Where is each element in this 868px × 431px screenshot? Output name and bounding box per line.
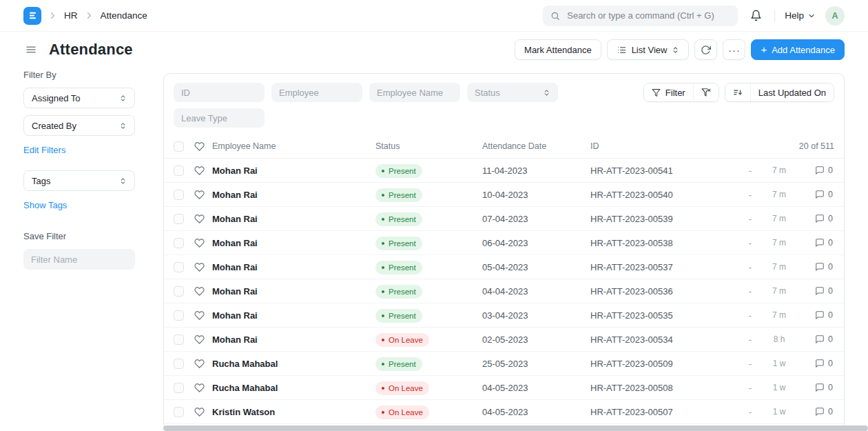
row-checkbox[interactable] [174,190,184,200]
status-badge: Present [375,237,422,250]
row-checkbox[interactable] [174,166,184,176]
assigned-to: - [738,214,763,224]
filter-button[interactable]: Filter [644,83,693,101]
table-row[interactable]: Mohan Rai Present 06-04-2023 HR-ATT-2023… [164,231,844,255]
employee-filter-input[interactable] [271,83,362,102]
row-checkbox[interactable] [174,286,184,297]
status-badge: Present [375,309,422,323]
table-row[interactable]: Mohan Rai Present 03-04-2023 HR-ATT-2023… [164,303,844,328]
table-row[interactable]: Mohan Rai On Leave 02-05-2023 HR-ATT-202… [164,328,844,352]
employee-name-link[interactable]: Kristin Watson [212,407,375,417]
status-cell: Present [375,211,482,226]
breadcrumb-page[interactable]: Attendance [101,10,147,21]
table-row[interactable]: Mohan Rai Present 05-04-2023 HR-ATT-2023… [164,255,844,279]
clear-filters-button[interactable] [693,83,719,101]
table-row[interactable]: Mohan Rai Present 07-04-2023 HR-ATT-2023… [164,207,844,231]
assigned-to: - [738,166,763,176]
employee-name-link[interactable]: Rucha Mahabal [212,383,375,393]
comment-count: 0 [796,214,834,223]
created-by-select[interactable]: Created By [23,115,135,136]
heart-icon[interactable] [194,383,212,393]
comment-icon [815,359,825,368]
row-checkbox[interactable] [174,238,184,248]
global-search[interactable] [543,6,738,26]
employee-name-link[interactable]: Mohan Rai [212,166,375,176]
employee-name-link[interactable]: Mohan Rai [212,286,375,297]
status-badge: Present [375,357,422,371]
status-dot-icon [382,290,384,293]
avatar-initial: A [831,11,838,21]
comment-icon [815,334,825,344]
refresh-button[interactable] [694,39,717,60]
status-cell: On Leave [375,404,482,419]
sort-field-button[interactable]: Last Updated On [750,83,834,101]
chevron-up-down-icon [119,94,127,102]
notifications-button[interactable] [747,7,765,24]
heart-icon[interactable] [194,214,212,224]
employee-name-link[interactable]: Mohan Rai [212,238,375,248]
heart-icon[interactable] [194,286,212,297]
user-avatar[interactable]: A [825,6,845,26]
employee-name-filter-input[interactable] [369,83,460,102]
view-switcher-button[interactable]: List View [607,39,690,60]
table-row[interactable]: Kristin Watson On Leave 04-05-2023 HR-AT… [164,400,844,424]
row-checkbox[interactable] [174,262,184,272]
attendance-date: 02-05-2023 [482,334,590,345]
comment-count: 0 [796,407,834,417]
filter-name-input[interactable] [23,249,135,270]
sidebar-toggle-button[interactable] [23,42,39,57]
heart-icon[interactable] [194,166,212,176]
show-tags-link[interactable]: Show Tags [23,200,67,210]
app-logo[interactable] [23,7,41,25]
help-menu[interactable]: Help [785,10,816,21]
heart-icon[interactable] [194,407,212,417]
table-row[interactable]: Rucha Mahabal Present 25-05-2023 HR-ATT-… [164,352,844,376]
edit-filters-link[interactable]: Edit Filters [23,145,65,155]
tags-select[interactable]: Tags [23,170,135,191]
sort-direction-button[interactable] [725,83,750,101]
employee-name-link[interactable]: Mohan Rai [212,334,375,345]
employee-name-link[interactable]: Mohan Rai [212,262,375,272]
search-input[interactable] [566,10,730,21]
assigned-to: - [738,190,763,200]
comment-icon [815,407,825,417]
row-checkbox[interactable] [174,407,184,417]
assigned-to-select[interactable]: Assigned To [23,88,135,108]
heart-icon[interactable] [194,190,212,200]
mark-attendance-button[interactable]: Mark Attendance [515,39,601,60]
heart-icon[interactable] [194,238,212,248]
employee-name-link[interactable]: Mohan Rai [212,190,375,200]
row-checkbox[interactable] [174,310,184,321]
add-attendance-button[interactable]: + Add Attendance [751,39,845,60]
employee-name-link[interactable]: Mohan Rai [212,214,375,224]
heart-icon[interactable] [194,262,212,272]
row-checkbox[interactable] [174,383,184,393]
attendance-date: 04-04-2023 [482,286,590,297]
attendance-date: 03-04-2023 [482,310,590,321]
row-checkbox[interactable] [174,334,184,345]
filter-by-label: Filter By [23,70,135,80]
heart-icon[interactable] [194,334,212,345]
table-row[interactable]: Mohan Rai Present 11-04-2023 HR-ATT-2023… [164,159,844,183]
heart-icon[interactable] [194,310,212,321]
navbar-divider [774,10,775,22]
employee-name-link[interactable]: Rucha Mahabal [212,359,375,369]
attendance-date: 25-05-2023 [482,359,590,369]
row-checkbox[interactable] [174,359,184,369]
table-row[interactable]: Rucha Mahabal On Leave 04-05-2023 HR-ATT… [164,376,844,400]
breadcrumb-app[interactable]: HR [64,10,78,21]
chevron-up-down-icon [672,46,679,54]
id-filter-input[interactable] [174,83,265,102]
row-checkbox[interactable] [174,214,184,224]
record-id: HR-ATT-2023-00538 [590,238,738,248]
select-all-checkbox[interactable] [174,141,184,152]
heart-icon[interactable] [194,359,212,369]
more-menu-button[interactable]: ··· [723,39,745,60]
employee-name-link[interactable]: Mohan Rai [212,310,375,321]
table-row[interactable]: Mohan Rai Present 10-04-2023 HR-ATT-2023… [164,183,844,207]
status-filter-select[interactable]: Status [467,83,558,102]
table-row[interactable]: Mohan Rai Present 04-04-2023 HR-ATT-2023… [164,279,844,303]
horizontal-scrollbar[interactable] [163,425,868,431]
heart-icon[interactable] [194,141,212,152]
leave-type-filter-input[interactable] [174,108,265,128]
